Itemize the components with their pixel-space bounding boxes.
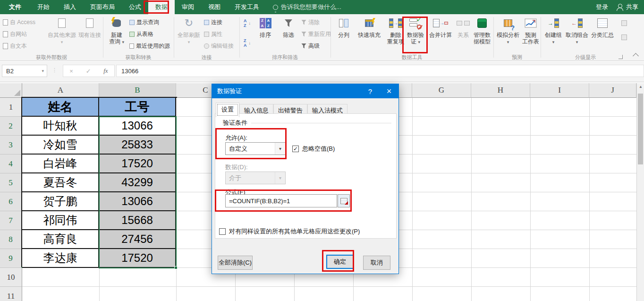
edit-links-button[interactable]: 编辑链接: [204, 42, 234, 50]
group-button[interactable]: → 创建组: [543, 16, 564, 45]
collapse-ribbon-chevron[interactable]: [633, 53, 639, 59]
cell-a7[interactable]: 祁同伟: [22, 211, 99, 230]
cell-a1[interactable]: 姓名: [22, 98, 99, 117]
cell-b5[interactable]: 43299: [99, 173, 176, 192]
cell-b8[interactable]: 27456: [99, 230, 176, 249]
insert-function-icon[interactable]: fx: [103, 67, 108, 75]
manage-data-model-button[interactable]: 管理数据模型: [472, 16, 492, 45]
from-access-button[interactable]: 自 Access: [3, 18, 35, 26]
tab-file[interactable]: 文件: [0, 0, 30, 14]
from-table-button[interactable]: 从表格: [129, 30, 153, 38]
clear-filter-button[interactable]: 清除: [301, 18, 320, 26]
column-header-a[interactable]: A: [22, 83, 99, 98]
name-box-dropdown-arrow[interactable]: ▾: [42, 69, 47, 73]
cell-b3[interactable]: 25833: [99, 136, 176, 155]
name-box[interactable]: B2 ▾: [2, 65, 47, 77]
cell-a4[interactable]: 白岩峰: [22, 155, 99, 173]
advanced-filter-button[interactable]: 高级: [301, 42, 320, 50]
dialog-tab-settings[interactable]: 设置: [216, 103, 239, 117]
show-queries-button[interactable]: 显示查询: [129, 18, 159, 26]
tab-data[interactable]: 数据: [148, 0, 175, 14]
tell-me-box[interactable]: 告诉我您想要做什么...: [273, 3, 341, 11]
chevron-down-icon[interactable]: ▾: [275, 143, 285, 155]
allow-dropdown[interactable]: 自定义 ▾: [225, 142, 286, 155]
ignore-blank-checkbox[interactable]: ✓ 忽略空值(B): [292, 145, 335, 153]
scrollbar-thumb[interactable]: [638, 94, 643, 164]
properties-button[interactable]: 属性: [204, 30, 222, 38]
sort-za-button[interactable]: ZA↓: [244, 39, 251, 47]
remove-duplicates-button[interactable]: → 删除重复项: [385, 16, 406, 45]
cell-a5[interactable]: 夏吾冬: [22, 173, 99, 192]
formula-bar-grip[interactable]: ⋮: [52, 67, 58, 73]
cell-b9[interactable]: 17520: [99, 249, 176, 268]
row-header-10[interactable]: 10: [0, 268, 22, 287]
cell-b1[interactable]: 工号: [99, 98, 176, 117]
text-to-columns-button[interactable]: 分列: [334, 16, 353, 38]
cell-a2[interactable]: 叶知秋: [22, 117, 99, 136]
cell-b2-active[interactable]: 13066: [99, 117, 176, 136]
sign-in-link[interactable]: 登录: [596, 3, 608, 11]
column-header-b[interactable]: B: [99, 83, 176, 98]
row-header-6[interactable]: 6: [0, 192, 22, 211]
cell-a6[interactable]: 贺子鹏: [22, 192, 99, 211]
vertical-scrollbar[interactable]: ▲: [636, 83, 644, 301]
column-header-j[interactable]: J: [589, 83, 636, 98]
cell-b7[interactable]: 15668: [99, 211, 176, 230]
from-text-button[interactable]: 自文本: [3, 42, 27, 50]
share-button[interactable]: 共享: [617, 3, 638, 11]
row-header-5[interactable]: 5: [0, 173, 22, 192]
from-other-sources-button[interactable]: 自其他来源: [47, 16, 76, 45]
refresh-all-button[interactable]: ↻ 全部刷新: [177, 16, 201, 45]
subtotal-button[interactable]: 分类汇总: [590, 16, 615, 38]
confirm-entry-icon[interactable]: ✓: [86, 68, 91, 75]
ok-button[interactable]: 确定: [326, 255, 354, 269]
from-web-button[interactable]: 自网站: [3, 30, 27, 38]
consolidate-button[interactable]: → 合并计算: [427, 16, 454, 38]
tab-view[interactable]: 视图: [201, 0, 228, 14]
apply-to-all-checkbox[interactable]: 对有同样设置的所有其他单元格应用这些更改(P): [219, 227, 360, 236]
clear-all-button[interactable]: 全部清除(C): [218, 256, 253, 270]
recent-sources-button[interactable]: 最近使用的源: [129, 42, 170, 50]
hide-detail-button[interactable]: [621, 33, 627, 42]
column-header-i[interactable]: I: [530, 83, 589, 98]
row-header-1[interactable]: 1: [0, 98, 22, 117]
tab-review[interactable]: 审阅: [175, 0, 201, 14]
validation-formula-input[interactable]: =COUNTIF(B:B,B2)=1: [225, 194, 337, 207]
existing-connections-button[interactable]: 现有连接: [77, 16, 102, 38]
cancel-entry-icon[interactable]: ×: [69, 68, 73, 75]
dialog-launcher-icon[interactable]: [619, 55, 623, 59]
row-header-3[interactable]: 3: [0, 136, 22, 155]
tab-insert[interactable]: 插入: [57, 0, 83, 14]
cell-a3[interactable]: 冷如雪: [22, 136, 99, 155]
show-detail-button[interactable]: [621, 19, 627, 27]
cell-b6[interactable]: 13066: [99, 192, 176, 211]
row-header-7[interactable]: 7: [0, 211, 22, 230]
tab-home[interactable]: 开始: [30, 0, 57, 14]
row-header-4[interactable]: 4: [0, 155, 22, 173]
column-header-g[interactable]: G: [412, 83, 471, 98]
row-header-8[interactable]: 8: [0, 230, 22, 249]
scroll-up-arrow[interactable]: ▲: [639, 85, 643, 89]
cell-a9[interactable]: 李达康: [22, 249, 99, 268]
column-header-h[interactable]: H: [471, 83, 530, 98]
select-all-corner[interactable]: [0, 83, 22, 98]
sort-button[interactable]: ZA AZ 排序: [255, 16, 276, 38]
cell-b4[interactable]: 17520: [99, 155, 176, 173]
row-header-11[interactable]: 11: [0, 287, 22, 301]
range-selector-button[interactable]: [338, 194, 350, 207]
reapply-button[interactable]: 重新应用: [301, 30, 331, 38]
fill-handle[interactable]: [174, 266, 178, 269]
tab-formulas[interactable]: 公式: [122, 0, 148, 14]
what-if-analysis-button[interactable]: ? 模拟分析: [496, 16, 520, 45]
row-header-9[interactable]: 9: [0, 249, 22, 268]
formula-input[interactable]: 13066: [116, 65, 644, 77]
connections-button[interactable]: 连接: [204, 18, 222, 26]
sort-az-button[interactable]: AZ↓: [244, 19, 251, 27]
relationships-button[interactable]: 关系: [455, 16, 472, 38]
ungroup-button[interactable]: ← 取消组合: [565, 16, 589, 45]
cancel-button[interactable]: 取消: [363, 256, 390, 270]
forecast-sheet-button[interactable]: 预测工作表: [521, 16, 540, 45]
tab-page-layout[interactable]: 页面布局: [83, 0, 122, 14]
dialog-help-button[interactable]: ?: [361, 84, 380, 98]
data-validation-button[interactable]: ✓ 数据验 证: [405, 16, 426, 45]
